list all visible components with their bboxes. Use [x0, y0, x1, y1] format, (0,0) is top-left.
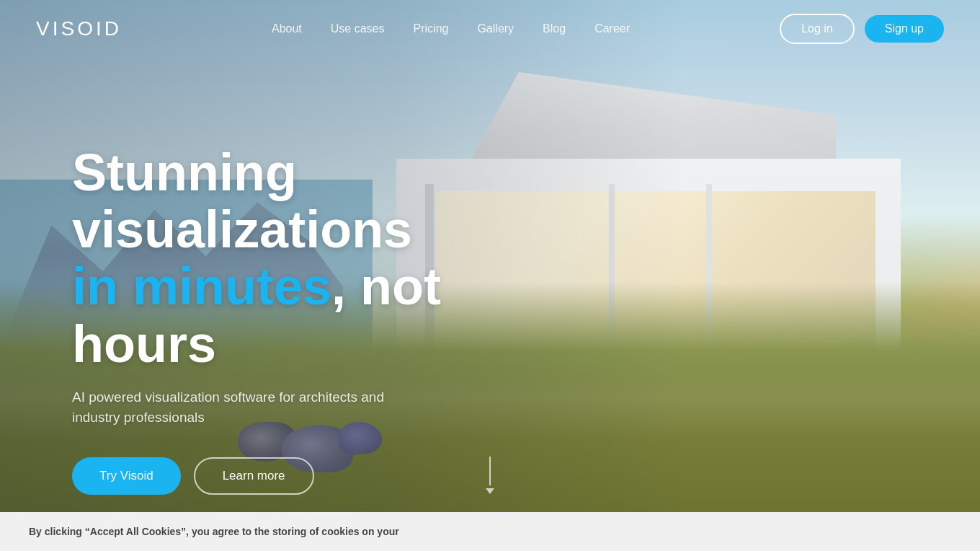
login-button[interactable]: Log in	[780, 14, 855, 44]
nav-links: About Use cases Pricing Gallery Blog Car…	[272, 22, 630, 35]
hero-title-highlight: in minutes	[72, 257, 331, 315]
scroll-line	[489, 457, 491, 485]
nav-item-about[interactable]: About	[272, 22, 302, 35]
cookie-text-prefix: By clicking	[29, 526, 85, 537]
signup-button[interactable]: Sign up	[865, 15, 944, 43]
logo[interactable]: VISOID	[36, 17, 122, 40]
nav-buttons: Log in Sign up	[780, 14, 944, 44]
cookie-text-quote: “Accept All Cookies”	[85, 526, 186, 537]
nav-item-pricing[interactable]: Pricing	[414, 22, 449, 35]
try-visoid-button[interactable]: Try Visoid	[72, 457, 181, 495]
nav-item-gallery[interactable]: Gallery	[477, 22, 514, 35]
hero-subtitle: AI powered visualization software for ar…	[72, 387, 432, 428]
hero-title: Stunning visualizations in minutes, not …	[72, 144, 576, 373]
nav-item-use-cases[interactable]: Use cases	[331, 22, 385, 35]
hero-section: VISOID About Use cases Pricing Gallery B…	[0, 0, 980, 512]
scroll-indicator[interactable]	[486, 457, 494, 494]
nav-item-blog[interactable]: Blog	[543, 22, 566, 35]
cookie-bar: By clicking “Accept All Cookies”, you ag…	[0, 512, 980, 551]
hero-title-line1: Stunning visualizations	[72, 144, 412, 258]
chevron-down-icon	[486, 488, 494, 494]
hero-content: Stunning visualizations in minutes, not …	[72, 144, 576, 495]
navbar: VISOID About Use cases Pricing Gallery B…	[0, 0, 980, 58]
cookie-text-suffix: , you agree to the storing of cookies on…	[186, 526, 399, 537]
hero-buttons: Try Visoid Learn more	[72, 457, 576, 495]
cookie-text: By clicking “Accept All Cookies”, you ag…	[29, 526, 399, 537]
learn-more-button[interactable]: Learn more	[194, 457, 314, 495]
nav-item-career[interactable]: Career	[594, 22, 630, 35]
